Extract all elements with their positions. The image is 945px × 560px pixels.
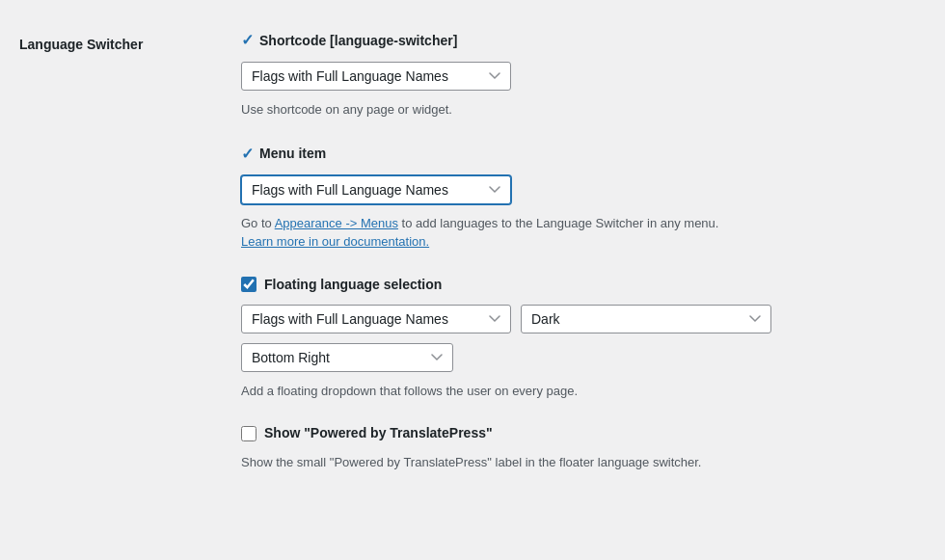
powered-by-checkbox-row: Show "Powered by TranslatePress" (241, 423, 926, 443)
appearance-menus-link[interactable]: Appearance -> Menus (275, 216, 398, 230)
floating-position-select[interactable]: Bottom RightBottom LeftTop RightTop Left (241, 343, 453, 372)
powered-by-checkbox[interactable] (241, 426, 256, 441)
menu-item-section: ✓ Menu item Flags with Full Language Nam… (241, 143, 926, 252)
settings-content: ✓ Shortcode [language-switcher] Flags wi… (241, 29, 926, 472)
menu-item-description: Go to Appearance -> Menus to add languag… (241, 214, 926, 252)
shortcode-section: ✓ Shortcode [language-switcher] Flags wi… (241, 29, 926, 120)
shortcode-style-select[interactable]: Flags with Full Language NamesFlags with… (241, 62, 511, 91)
floating-section: Floating language selection Flags with F… (241, 275, 926, 401)
menu-item-desc-after: to add languages to the Language Switche… (398, 216, 718, 230)
menu-item-check-icon: ✓ (241, 143, 254, 166)
floating-theme-select[interactable]: DarkLight (521, 305, 771, 333)
floating-checkbox-row: Floating language selection (241, 275, 926, 295)
menu-item-desc-before: Go to (241, 216, 275, 230)
learn-more-link[interactable]: Learn more in our documentation. (241, 234, 429, 249)
floating-checkbox[interactable] (241, 277, 256, 292)
powered-by-title: Show "Powered by TranslatePress" (264, 423, 493, 443)
menu-item-title: Menu item (259, 144, 326, 164)
powered-by-description: Show the small "Powered by TranslatePres… (241, 453, 926, 472)
menu-item-header: ✓ Menu item (241, 143, 926, 166)
floating-style-select[interactable]: Flags with Full Language NamesFlags with… (241, 305, 511, 333)
shortcode-check-icon: ✓ (241, 29, 254, 52)
section-label: Language Switcher (19, 37, 143, 52)
floating-description: Add a floating dropdown that follows the… (241, 382, 926, 401)
floating-title: Floating language selection (264, 275, 442, 295)
shortcode-header: ✓ Shortcode [language-switcher] (241, 29, 926, 52)
shortcode-description: Use shortcode on any page or widget. (241, 100, 926, 120)
shortcode-title: Shortcode [language-switcher] (259, 31, 457, 51)
powered-by-section: Show "Powered by TranslatePress" Show th… (241, 423, 926, 472)
floating-selects-row: Flags with Full Language NamesFlags with… (241, 305, 926, 333)
menu-item-style-select[interactable]: Flags with Full Language NamesFlags with… (241, 175, 511, 204)
